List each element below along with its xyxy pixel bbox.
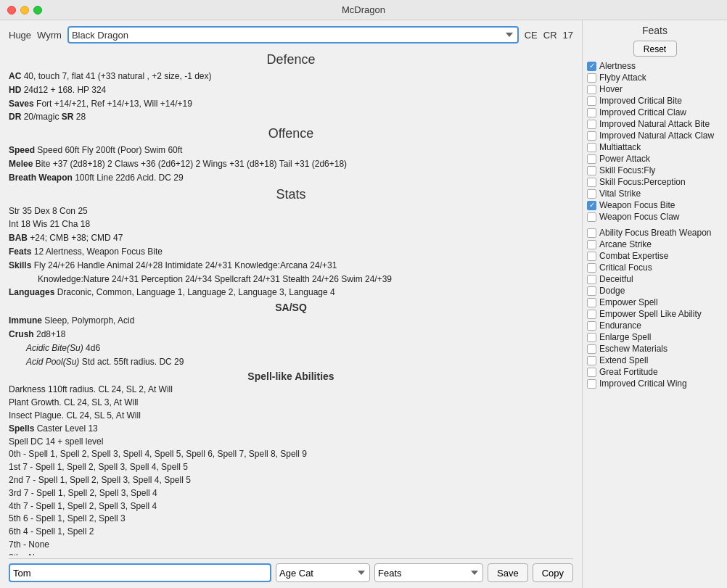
feat-item[interactable]: Endurance <box>587 320 723 331</box>
feat-item[interactable]: Improved Critical Bite <box>587 96 723 106</box>
melee-line: Melee Bite +37 (2d8+18) 2 Claws +36 (2d6… <box>9 158 573 170</box>
feat-checkbox[interactable] <box>587 120 596 129</box>
feat-item[interactable]: Empower Spell <box>587 297 723 307</box>
feat-checkbox[interactable] <box>587 333 596 342</box>
type-label: Wyrm <box>37 30 62 41</box>
feat-item[interactable]: Weapon Focus Claw <box>587 212 723 222</box>
feat-checkbox[interactable] <box>587 212 596 222</box>
spells7-line: 7th - None <box>9 539 573 551</box>
feat-label: Extend Spell <box>599 355 648 365</box>
feat-item[interactable]: Skill Focus:Perception <box>587 177 723 187</box>
feat-item[interactable]: Skill Focus:Fly <box>587 165 723 175</box>
feat-item[interactable]: Eschew Materials <box>587 344 723 354</box>
copy-button[interactable]: Copy <box>533 563 573 582</box>
feat-item[interactable]: Empower Spell Like Ability <box>587 309 723 319</box>
feat-checkbox[interactable] <box>587 166 596 175</box>
feat-checkbox[interactable] <box>587 62 596 71</box>
feat-item[interactable]: Improved Critical Wing <box>587 378 723 389</box>
feat-item[interactable]: Critical Focus <box>587 262 723 273</box>
feat-item[interactable]: Multiattack <box>587 142 723 152</box>
feat-checkbox[interactable] <box>587 85 596 94</box>
feat-checkbox[interactable] <box>587 240 596 249</box>
feat-checkbox[interactable] <box>587 344 596 354</box>
feat-label: Skill Focus:Fly <box>599 165 655 175</box>
melee-label: Melee <box>9 159 33 169</box>
feat-label: Flyby Attack <box>599 73 646 83</box>
feat-checkbox[interactable] <box>587 321 596 331</box>
feat-checkbox[interactable] <box>587 228 596 238</box>
cr-value: 17 <box>563 30 573 41</box>
skills-label: Skills <box>9 260 31 270</box>
ac-line: AC 40, touch 7, flat 41 (+33 natural , +… <box>9 70 573 83</box>
speed-label: Speed <box>9 145 35 155</box>
spells2-line: 2nd 7 - Spell 1, Spell 2, Spell 3, Spell… <box>9 474 573 486</box>
name-input[interactable] <box>9 563 271 582</box>
feat-checkbox[interactable] <box>587 286 596 296</box>
feat-checkbox[interactable] <box>587 275 596 284</box>
feat-checkbox[interactable] <box>587 73 596 83</box>
feat-item[interactable]: Power Attack <box>587 154 723 164</box>
feat-label: Improved Critical Claw <box>599 107 686 117</box>
creature-select[interactable]: Black Dragon <box>67 26 519 44</box>
feat-checkbox[interactable] <box>587 143 596 152</box>
feat-item[interactable]: Arcane Strike <box>587 239 723 249</box>
feat-checkbox[interactable] <box>587 298 596 307</box>
feat-checkbox[interactable] <box>587 201 596 210</box>
feat-item[interactable]: Ability Focus Breath Weapon <box>587 228 723 238</box>
minimize-button[interactable] <box>20 6 29 15</box>
feat-item[interactable]: Combat Expertise <box>587 251 723 261</box>
skills-value: Fly 24/+26 Handle Animal 24/+28 Intimida… <box>34 260 337 270</box>
feat-checkbox[interactable] <box>587 178 596 187</box>
feat-item[interactable]: Alertness <box>587 61 723 71</box>
feats-select[interactable]: Feats <box>374 563 483 582</box>
feat-item[interactable]: Dodge <box>587 286 723 296</box>
feat-label: Ability Focus Breath Weapon <box>599 228 712 238</box>
sr-label: SR <box>62 112 74 122</box>
feat-checkbox[interactable] <box>587 356 596 365</box>
feat-checkbox[interactable] <box>587 108 596 117</box>
feat-item[interactable]: Extend Spell <box>587 355 723 365</box>
feat-item[interactable]: Enlarge Spell <box>587 332 723 342</box>
age-cat-select[interactable]: Age Cat <box>276 563 370 582</box>
feat-label: Skill Focus:Perception <box>599 177 686 187</box>
feat-label: Endurance <box>599 320 641 331</box>
ac-value: 40, touch 7, flat 41 (+33 natural , +2 s… <box>24 71 212 81</box>
save-button[interactable]: Save <box>488 563 528 582</box>
bab-line: BAB +24; CMB +38; CMD 47 <box>9 232 573 244</box>
feat-checkbox[interactable] <box>587 154 596 164</box>
spell-dc-line: Spell DC 14 + spell level <box>9 436 573 448</box>
feat-checkbox[interactable] <box>587 189 596 199</box>
breath-label: Breath Weapon <box>9 173 73 183</box>
feat-label: Power Attack <box>599 154 650 164</box>
crush-label: Crush <box>9 329 34 339</box>
feat-item[interactable]: Flyby Attack <box>587 73 723 83</box>
feat-checkbox[interactable] <box>587 263 596 273</box>
feat-checkbox[interactable] <box>587 252 596 261</box>
feat-checkbox[interactable] <box>587 310 596 319</box>
feat-item[interactable]: Deceitful <box>587 274 723 284</box>
feat-item[interactable]: Vital Strike <box>587 189 723 199</box>
feat-item[interactable]: Improved Critical Claw <box>587 107 723 117</box>
reset-button[interactable]: Reset <box>633 41 677 57</box>
feat-label: Alertness <box>599 61 636 71</box>
feat-item[interactable]: Hover <box>587 84 723 94</box>
feat-checkbox[interactable] <box>587 368 596 377</box>
feat-item[interactable]: Improved Natural Attack Bite <box>587 119 723 129</box>
spells5-line: 5th 6 - Spell 1, Spell 2, Spell 3 <box>9 513 573 525</box>
feat-item[interactable]: Great Fortitude <box>587 367 723 377</box>
feat-checkbox[interactable] <box>587 131 596 141</box>
feat-checkbox[interactable] <box>587 96 596 106</box>
feat-item[interactable]: Improved Natural Attack Claw <box>587 131 723 141</box>
crush-value: 2d8+18 <box>36 329 65 339</box>
feat-item[interactable]: Weapon Focus Bite <box>587 200 723 210</box>
size-label: Huge <box>9 30 31 41</box>
immune-value: Sleep, Polymorph, Acid <box>44 315 134 326</box>
close-button[interactable] <box>7 6 16 15</box>
darkness-line: Darkness 110ft radius. CL 24, SL 2, At W… <box>9 384 573 396</box>
acidic-bite-line: Acidic Bite(Su) 4d6 <box>9 342 573 355</box>
feat-checkbox[interactable] <box>587 379 596 389</box>
immune-label: Immune <box>9 315 42 326</box>
feats-panel: Feats Reset AlertnessFlyby AttackHoverIm… <box>582 20 727 588</box>
feat-label: Improved Critical Bite <box>599 96 682 106</box>
maximize-button[interactable] <box>33 6 42 15</box>
